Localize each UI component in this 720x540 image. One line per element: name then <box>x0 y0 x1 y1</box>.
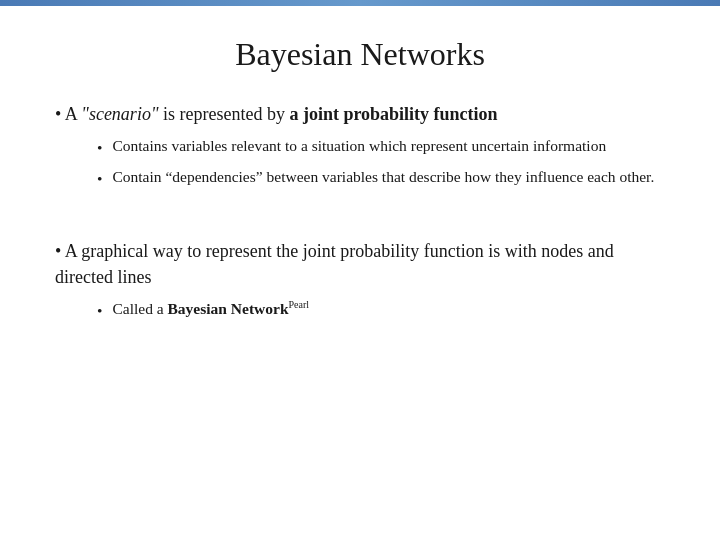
bullet-item-2: • A graphical way to represent the joint… <box>55 238 665 323</box>
main-bullet-2: • A graphical way to represent the joint… <box>55 238 665 290</box>
sub-bullet-dot-1a: • <box>97 137 102 159</box>
sub-bullet-1b: • Contain “dependencies” between variabl… <box>97 166 665 190</box>
sub-bullet-text-2a: Called a Bayesian NetworkPearl <box>112 298 665 321</box>
sub-bullet-text-1a: Contains variables relevant to a situati… <box>112 135 665 157</box>
slide-container: Bayesian Networks • A "scenario" is repr… <box>0 6 720 540</box>
slide-title: Bayesian Networks <box>55 36 665 73</box>
sub-bullets-2: • Called a Bayesian NetworkPearl <box>97 298 665 322</box>
section-gap <box>55 208 665 220</box>
sub-bullet-text-1b: Contain “dependencies” between variables… <box>112 166 665 188</box>
sub-bullet-dot-2a: • <box>97 300 102 322</box>
bold-text-1: a joint probability function <box>289 104 497 124</box>
bayesian-network-bold: Bayesian Network <box>168 300 289 317</box>
main-bullet-1-text: • A "scenario" is represented by a joint… <box>55 101 665 127</box>
sub-bullet-dot-1b: • <box>97 168 102 190</box>
sub-bullet-1a: • Contains variables relevant to a situa… <box>97 135 665 159</box>
content-area: • A "scenario" is represented by a joint… <box>55 101 665 323</box>
sub-bullet-2a: • Called a Bayesian NetworkPearl <box>97 298 665 322</box>
scenario-italic: "scenario" <box>81 104 158 124</box>
main-bullet-2-text: • A graphical way to represent the joint… <box>55 238 665 290</box>
main-bullet-1: • A "scenario" is represented by a joint… <box>55 101 665 127</box>
pearl-superscript: Pearl <box>289 299 310 310</box>
sub-bullets-1: • Contains variables relevant to a situa… <box>97 135 665 190</box>
bullet-item-1: • A "scenario" is represented by a joint… <box>55 101 665 190</box>
